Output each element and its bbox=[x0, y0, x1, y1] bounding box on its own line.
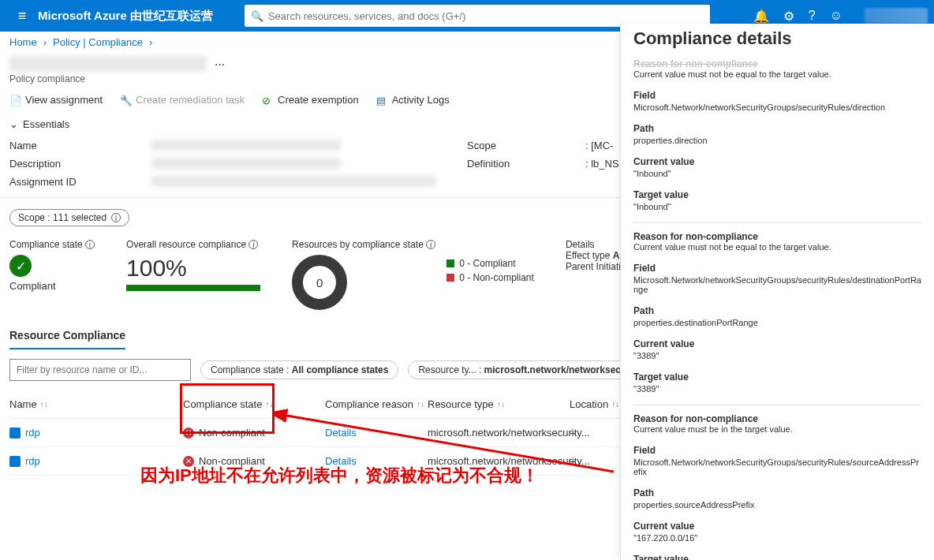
panel-title: Compliance details bbox=[633, 24, 921, 58]
overall-compliance-block: Overall resource compliance i 100% bbox=[126, 239, 260, 291]
chevron-down-icon: ⌄ bbox=[9, 118, 18, 130]
create-exemption-button[interactable]: ⊘ Create exemption bbox=[262, 94, 359, 106]
tab-resource-compliance[interactable]: Resource Compliance bbox=[9, 323, 125, 349]
annotation-box bbox=[180, 383, 275, 434]
check-circle-icon: ✓ bbox=[9, 255, 32, 277]
resource-icon bbox=[9, 456, 21, 467]
compliance-state-block: Compliance state i ✓ Compliant bbox=[9, 239, 95, 292]
value-assignment-redacted bbox=[151, 176, 435, 187]
compliance-percentage: 100% bbox=[126, 255, 260, 282]
create-remediation-button: 🔧 Create remediation task bbox=[120, 94, 245, 106]
activity-logs-button[interactable]: ▤ Activity Logs bbox=[376, 94, 450, 106]
value-description-redacted bbox=[151, 158, 341, 169]
filter-pill-state[interactable]: Compliance state : All compliance states bbox=[200, 360, 398, 379]
info-icon: i bbox=[85, 240, 95, 249]
document-icon: 📄 bbox=[9, 95, 21, 106]
more-icon[interactable]: ⋯ bbox=[215, 58, 225, 70]
value-definition: : lb_NS bbox=[585, 158, 619, 170]
donut-chart: 0 bbox=[292, 255, 347, 310]
feedback-icon[interactable]: ☺ bbox=[830, 9, 842, 23]
bell-icon[interactable]: 🔔 bbox=[753, 9, 769, 24]
label-name: Name bbox=[9, 140, 151, 151]
info-icon: i bbox=[426, 240, 435, 249]
search-icon: 🔍 bbox=[251, 10, 263, 22]
info-icon: i bbox=[248, 240, 258, 249]
legend: 0 - Compliant 0 - Non-compliant bbox=[446, 255, 534, 310]
compliance-details-panel: Compliance details Reason for non-compli… bbox=[620, 24, 934, 560]
info-icon: i bbox=[111, 213, 121, 222]
compliance-bar bbox=[126, 285, 260, 291]
resources-by-state-block: Resources by compliance state i 0 0 - Co… bbox=[292, 239, 534, 310]
sort-icon: ↑↓ bbox=[417, 400, 424, 409]
chevron-right-icon: › bbox=[149, 36, 152, 48]
page-title-redacted bbox=[9, 56, 207, 72]
annotation-text: 因为IP地址不在允许列表中，资源被标记为不合规！ bbox=[140, 464, 539, 487]
search-input[interactable] bbox=[268, 10, 704, 22]
gear-icon[interactable]: ⚙ bbox=[783, 9, 794, 24]
reason-head: Reason for non-compliance bbox=[633, 58, 921, 69]
compliant-label: Compliant bbox=[9, 280, 95, 292]
sort-icon: ↑↓ bbox=[497, 400, 505, 409]
resource-icon bbox=[9, 427, 21, 439]
value-name-redacted bbox=[151, 140, 341, 151]
label-assignment-id: Assignment ID bbox=[9, 176, 151, 188]
hamburger-icon[interactable]: ≡ bbox=[6, 8, 38, 24]
user-menu[interactable] bbox=[865, 8, 928, 24]
chevron-right-icon: › bbox=[43, 36, 47, 48]
breadcrumb-home[interactable]: Home bbox=[9, 36, 37, 48]
col-name[interactable]: Name ↑↓ bbox=[9, 398, 183, 410]
top-right-icons: 🔔 ⚙ ? ☺ bbox=[753, 8, 928, 24]
details-link[interactable]: Details bbox=[325, 427, 428, 439]
filter-pill-type[interactable]: Resource ty... : microsoft.network/netwo… bbox=[408, 360, 644, 379]
legend-swatch-red bbox=[446, 274, 454, 282]
sort-icon: ↑↓ bbox=[40, 400, 48, 409]
breadcrumb-policy[interactable]: Policy | Compliance bbox=[53, 36, 143, 48]
sort-icon: ↑↓ bbox=[611, 400, 619, 409]
col-type[interactable]: Resource type ↑↓ bbox=[428, 398, 570, 410]
label-description: Description bbox=[9, 158, 151, 170]
label-scope: Scope bbox=[467, 140, 585, 151]
wrench-icon: 🔧 bbox=[120, 95, 131, 106]
filter-input[interactable] bbox=[9, 359, 191, 381]
view-assignment-button[interactable]: 📄 View assignment bbox=[9, 94, 103, 106]
col-reason[interactable]: Compliance reason ↑↓ bbox=[325, 398, 428, 410]
help-icon[interactable]: ? bbox=[809, 9, 816, 23]
check-circle-icon: ⊘ bbox=[262, 95, 273, 106]
brand: Microsoft Azure 由世纪互联运营 bbox=[38, 9, 213, 24]
label-definition: Definition bbox=[467, 158, 585, 170]
value-scope: : [MC- bbox=[585, 140, 613, 151]
scope-filter-pill[interactable]: Scope : 111 selected i bbox=[9, 209, 129, 226]
list-icon: ▤ bbox=[376, 95, 387, 106]
legend-swatch-green bbox=[446, 259, 454, 267]
resource-link: rdp bbox=[9, 427, 183, 439]
